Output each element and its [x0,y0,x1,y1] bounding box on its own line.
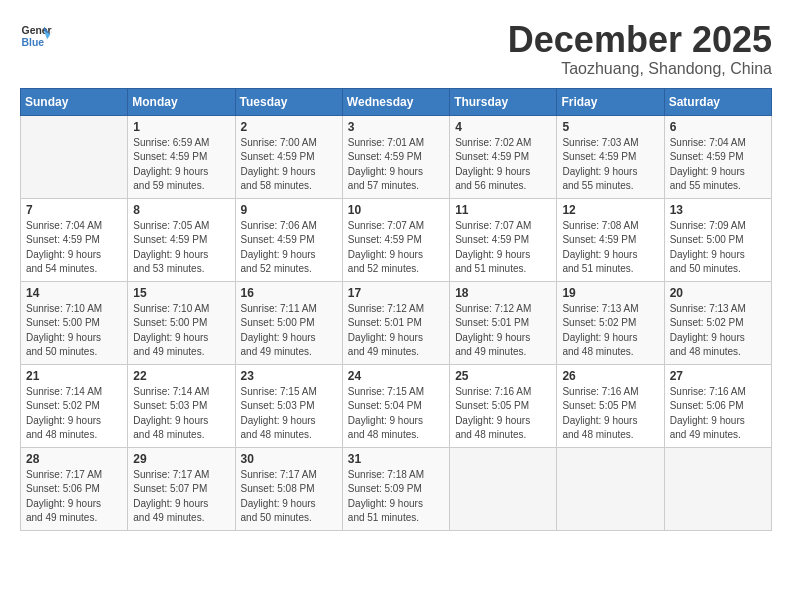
calendar-cell: 23Sunrise: 7:15 AM Sunset: 5:03 PM Dayli… [235,364,342,447]
location-subtitle: Taozhuang, Shandong, China [508,60,772,78]
day-number: 10 [348,203,444,217]
day-info: Sunrise: 7:16 AM Sunset: 5:05 PM Dayligh… [562,385,658,443]
calendar-cell: 25Sunrise: 7:16 AM Sunset: 5:05 PM Dayli… [450,364,557,447]
day-number: 25 [455,369,551,383]
day-info: Sunrise: 7:04 AM Sunset: 4:59 PM Dayligh… [26,219,122,277]
title-area: December 2025 Taozhuang, Shandong, China [508,20,772,78]
calendar-cell: 26Sunrise: 7:16 AM Sunset: 5:05 PM Dayli… [557,364,664,447]
day-info: Sunrise: 7:03 AM Sunset: 4:59 PM Dayligh… [562,136,658,194]
day-info: Sunrise: 7:17 AM Sunset: 5:07 PM Dayligh… [133,468,229,526]
day-number: 2 [241,120,337,134]
day-info: Sunrise: 7:12 AM Sunset: 5:01 PM Dayligh… [455,302,551,360]
day-number: 21 [26,369,122,383]
day-number: 6 [670,120,766,134]
day-info: Sunrise: 7:15 AM Sunset: 5:03 PM Dayligh… [241,385,337,443]
day-number: 14 [26,286,122,300]
weekday-header-sunday: Sunday [21,88,128,115]
calendar-cell [664,447,771,530]
weekday-header-saturday: Saturday [664,88,771,115]
calendar-cell [450,447,557,530]
calendar-cell [557,447,664,530]
day-number: 19 [562,286,658,300]
day-info: Sunrise: 7:08 AM Sunset: 4:59 PM Dayligh… [562,219,658,277]
calendar-cell: 31Sunrise: 7:18 AM Sunset: 5:09 PM Dayli… [342,447,449,530]
calendar-cell: 24Sunrise: 7:15 AM Sunset: 5:04 PM Dayli… [342,364,449,447]
day-number: 15 [133,286,229,300]
day-number: 13 [670,203,766,217]
calendar-cell: 3Sunrise: 7:01 AM Sunset: 4:59 PM Daylig… [342,115,449,198]
day-info: Sunrise: 7:18 AM Sunset: 5:09 PM Dayligh… [348,468,444,526]
logo: General Blue [20,20,52,52]
day-number: 11 [455,203,551,217]
day-info: Sunrise: 6:59 AM Sunset: 4:59 PM Dayligh… [133,136,229,194]
weekday-header-thursday: Thursday [450,88,557,115]
weekday-header-monday: Monday [128,88,235,115]
day-info: Sunrise: 7:10 AM Sunset: 5:00 PM Dayligh… [133,302,229,360]
weekday-header-wednesday: Wednesday [342,88,449,115]
day-number: 23 [241,369,337,383]
day-info: Sunrise: 7:04 AM Sunset: 4:59 PM Dayligh… [670,136,766,194]
day-number: 1 [133,120,229,134]
month-title: December 2025 [508,20,772,60]
day-number: 16 [241,286,337,300]
day-info: Sunrise: 7:16 AM Sunset: 5:06 PM Dayligh… [670,385,766,443]
calendar-table: SundayMondayTuesdayWednesdayThursdayFrid… [20,88,772,531]
day-info: Sunrise: 7:01 AM Sunset: 4:59 PM Dayligh… [348,136,444,194]
day-info: Sunrise: 7:13 AM Sunset: 5:02 PM Dayligh… [562,302,658,360]
calendar-cell: 18Sunrise: 7:12 AM Sunset: 5:01 PM Dayli… [450,281,557,364]
day-info: Sunrise: 7:11 AM Sunset: 5:00 PM Dayligh… [241,302,337,360]
day-number: 27 [670,369,766,383]
day-number: 9 [241,203,337,217]
calendar-cell: 2Sunrise: 7:00 AM Sunset: 4:59 PM Daylig… [235,115,342,198]
day-number: 4 [455,120,551,134]
calendar-cell: 12Sunrise: 7:08 AM Sunset: 4:59 PM Dayli… [557,198,664,281]
day-number: 24 [348,369,444,383]
calendar-cell [21,115,128,198]
calendar-cell: 7Sunrise: 7:04 AM Sunset: 4:59 PM Daylig… [21,198,128,281]
week-row-3: 21Sunrise: 7:14 AM Sunset: 5:02 PM Dayli… [21,364,772,447]
day-info: Sunrise: 7:17 AM Sunset: 5:08 PM Dayligh… [241,468,337,526]
day-info: Sunrise: 7:15 AM Sunset: 5:04 PM Dayligh… [348,385,444,443]
day-number: 29 [133,452,229,466]
calendar-cell: 6Sunrise: 7:04 AM Sunset: 4:59 PM Daylig… [664,115,771,198]
week-row-4: 28Sunrise: 7:17 AM Sunset: 5:06 PM Dayli… [21,447,772,530]
week-row-0: 1Sunrise: 6:59 AM Sunset: 4:59 PM Daylig… [21,115,772,198]
page-header: General Blue December 2025 Taozhuang, Sh… [20,20,772,78]
calendar-cell: 17Sunrise: 7:12 AM Sunset: 5:01 PM Dayli… [342,281,449,364]
calendar-cell: 13Sunrise: 7:09 AM Sunset: 5:00 PM Dayli… [664,198,771,281]
calendar-cell: 5Sunrise: 7:03 AM Sunset: 4:59 PM Daylig… [557,115,664,198]
day-info: Sunrise: 7:02 AM Sunset: 4:59 PM Dayligh… [455,136,551,194]
calendar-cell: 1Sunrise: 6:59 AM Sunset: 4:59 PM Daylig… [128,115,235,198]
week-row-1: 7Sunrise: 7:04 AM Sunset: 4:59 PM Daylig… [21,198,772,281]
day-number: 20 [670,286,766,300]
day-number: 7 [26,203,122,217]
day-info: Sunrise: 7:14 AM Sunset: 5:02 PM Dayligh… [26,385,122,443]
day-number: 18 [455,286,551,300]
calendar-cell: 27Sunrise: 7:16 AM Sunset: 5:06 PM Dayli… [664,364,771,447]
calendar-cell: 16Sunrise: 7:11 AM Sunset: 5:00 PM Dayli… [235,281,342,364]
svg-text:Blue: Blue [22,37,45,48]
day-info: Sunrise: 7:00 AM Sunset: 4:59 PM Dayligh… [241,136,337,194]
day-info: Sunrise: 7:07 AM Sunset: 4:59 PM Dayligh… [455,219,551,277]
calendar-cell: 21Sunrise: 7:14 AM Sunset: 5:02 PM Dayli… [21,364,128,447]
day-info: Sunrise: 7:10 AM Sunset: 5:00 PM Dayligh… [26,302,122,360]
weekday-header-friday: Friday [557,88,664,115]
day-number: 5 [562,120,658,134]
day-number: 8 [133,203,229,217]
day-number: 31 [348,452,444,466]
weekday-header-tuesday: Tuesday [235,88,342,115]
day-info: Sunrise: 7:14 AM Sunset: 5:03 PM Dayligh… [133,385,229,443]
calendar-cell: 20Sunrise: 7:13 AM Sunset: 5:02 PM Dayli… [664,281,771,364]
day-number: 28 [26,452,122,466]
weekday-header-row: SundayMondayTuesdayWednesdayThursdayFrid… [21,88,772,115]
day-info: Sunrise: 7:12 AM Sunset: 5:01 PM Dayligh… [348,302,444,360]
calendar-cell: 15Sunrise: 7:10 AM Sunset: 5:00 PM Dayli… [128,281,235,364]
calendar-cell: 30Sunrise: 7:17 AM Sunset: 5:08 PM Dayli… [235,447,342,530]
calendar-cell: 22Sunrise: 7:14 AM Sunset: 5:03 PM Dayli… [128,364,235,447]
day-info: Sunrise: 7:06 AM Sunset: 4:59 PM Dayligh… [241,219,337,277]
day-number: 26 [562,369,658,383]
day-info: Sunrise: 7:16 AM Sunset: 5:05 PM Dayligh… [455,385,551,443]
calendar-cell: 11Sunrise: 7:07 AM Sunset: 4:59 PM Dayli… [450,198,557,281]
day-info: Sunrise: 7:05 AM Sunset: 4:59 PM Dayligh… [133,219,229,277]
calendar-cell: 4Sunrise: 7:02 AM Sunset: 4:59 PM Daylig… [450,115,557,198]
